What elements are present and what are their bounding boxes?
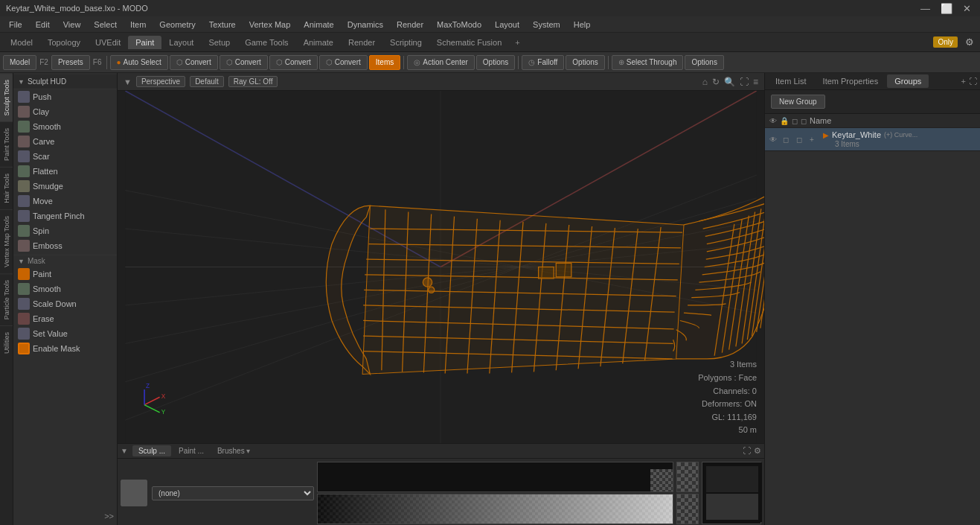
items-button[interactable]: Items <box>369 55 400 70</box>
item-render-icon[interactable]: ◻ <box>796 136 807 144</box>
tab-setup[interactable]: Setup <box>201 36 237 49</box>
add-tab-button[interactable]: + <box>509 36 525 49</box>
brushes-dropdown-icon[interactable]: ▾ <box>246 447 250 455</box>
checker-thumb-2[interactable] <box>676 494 699 524</box>
menu-texture[interactable]: Texture <box>203 19 242 31</box>
texture-thumb-2[interactable] <box>317 494 673 524</box>
right-tab-groups[interactable]: Groups <box>887 74 929 88</box>
tool-emboss[interactable]: Emboss <box>13 238 117 253</box>
tool-mask-paint[interactable]: Paint <box>13 267 117 281</box>
tab-schematic-fusion[interactable]: Schematic Fusion <box>429 36 509 49</box>
menu-vertex-map[interactable]: Vertex Map <box>243 19 297 31</box>
item-expand-icon[interactable]: ▶ <box>823 131 829 139</box>
tab-topology[interactable]: Topology <box>40 36 88 49</box>
ray-gl-button[interactable]: Ray GL: Off <box>228 76 278 87</box>
tool-spin[interactable]: Spin <box>13 223 117 238</box>
right-tab-add-button[interactable]: + <box>961 77 966 86</box>
right-tab-item-list[interactable]: Item List <box>768 74 814 88</box>
viewport-search-icon[interactable]: 🔍 <box>724 77 735 87</box>
tool-set-value[interactable]: Set Value <box>13 326 117 341</box>
more-button[interactable]: >> <box>13 509 117 524</box>
minimize-button[interactable]: — <box>917 3 933 14</box>
tab-layout[interactable]: Layout <box>161 36 201 49</box>
tab-uvedit[interactable]: UVEdit <box>88 36 128 49</box>
menu-select[interactable]: Select <box>88 19 123 31</box>
menu-view[interactable]: View <box>57 19 87 31</box>
window-controls[interactable]: — ⬜ ✕ <box>917 3 974 14</box>
action-center-button[interactable]: ◎ Action Center <box>407 55 475 70</box>
model-mode-button[interactable]: Model <box>3 55 36 70</box>
tab-paint[interactable]: Paint <box>128 36 161 49</box>
bottom-arrow[interactable]: ▼ <box>121 447 128 455</box>
menu-system[interactable]: System <box>527 19 566 31</box>
item-sel-icon[interactable]: + <box>810 136 820 144</box>
vert-tab-hair-tools[interactable]: Hair Tools <box>0 167 13 209</box>
tool-smudge[interactable]: Smudge <box>13 179 117 194</box>
item-lock-icon[interactable]: ◻ <box>783 136 793 144</box>
options-button-1[interactable]: Options <box>476 55 515 70</box>
tool-enable-mask[interactable]: Enable Mask <box>13 341 117 356</box>
menu-dynamics[interactable]: Dynamics <box>342 19 389 31</box>
menu-render[interactable]: Render <box>391 19 429 31</box>
viewport-menu-icon[interactable]: ≡ <box>753 77 758 87</box>
checker-thumb-1[interactable] <box>676 462 699 492</box>
auto-select-button[interactable]: ● Auto Select <box>110 55 168 70</box>
menu-layout[interactable]: Layout <box>489 19 525 31</box>
menu-item[interactable]: Item <box>124 19 152 31</box>
perspective-button[interactable]: Perspective <box>136 76 185 87</box>
tool-push[interactable]: Push <box>13 89 117 104</box>
convert-button-4[interactable]: ⬡ Convert <box>319 55 368 70</box>
tab-model[interactable]: Model <box>3 36 40 49</box>
vert-tab-paint-tools[interactable]: Paint Tools <box>0 121 13 167</box>
options-button-3[interactable]: Options <box>685 55 723 70</box>
tool-clay[interactable]: Clay <box>13 104 117 119</box>
bottom-expand-icon[interactable]: ⛶ <box>743 446 751 456</box>
tool-move[interactable]: Move <box>13 194 117 209</box>
tool-mask-scale-down[interactable]: Scale Down <box>13 296 117 311</box>
viewport-arrow[interactable]: ▼ <box>124 77 132 86</box>
menu-file[interactable]: File <box>3 19 28 31</box>
menu-geometry[interactable]: Geometry <box>153 19 201 31</box>
options-button-2[interactable]: Options <box>566 55 604 70</box>
menu-animate[interactable]: Animate <box>298 19 339 31</box>
item-vis-icon[interactable]: 👁 <box>769 136 780 144</box>
select-through-button[interactable]: ⊕ Select Through <box>612 55 684 70</box>
convert-button-2[interactable]: ⬡ Convert <box>220 55 268 70</box>
texture-thumb-1[interactable] <box>317 462 673 492</box>
menu-edit[interactable]: Edit <box>30 19 56 31</box>
convert-button-1[interactable]: ⬡ Convert <box>170 55 218 70</box>
maximize-button[interactable]: ⬜ <box>938 3 955 14</box>
tool-tangent-pinch[interactable]: Tangent Pinch <box>13 209 117 223</box>
menu-maxtomodo[interactable]: MaxToModo <box>431 19 487 31</box>
vert-tab-sculpt-tools[interactable]: Sculpt Tools <box>0 73 13 121</box>
right-tab-item-properties[interactable]: Item Properties <box>816 74 886 88</box>
bottom-settings-icon[interactable]: ⚙ <box>754 446 761 456</box>
layout-settings-icon[interactable]: ⚙ <box>962 35 977 49</box>
close-button[interactable]: ✕ <box>960 3 974 14</box>
tool-scar[interactable]: Scar <box>13 149 117 164</box>
falloff-button[interactable]: ◷ Falloff <box>522 55 564 70</box>
tool-carve[interactable]: Carve <box>13 134 117 149</box>
preset-dropdown[interactable]: (none) <box>152 486 314 500</box>
viewport-fullscreen-icon[interactable]: ⛶ <box>740 77 749 87</box>
bottom-tab-brushes[interactable]: Brushes ▾ <box>211 445 256 456</box>
viewport-home-icon[interactable]: ⌂ <box>702 77 708 87</box>
presets-button[interactable]: Presets <box>51 55 90 70</box>
tool-erase[interactable]: Erase <box>13 311 117 326</box>
right-tab-expand-icon[interactable]: ⛶ <box>969 77 977 86</box>
convert-button-3[interactable]: ⬡ Convert <box>269 55 318 70</box>
mask-expand-icon[interactable]: ▼ <box>18 258 25 265</box>
vert-tab-particle-tools[interactable]: Particle Tools <box>0 273 13 325</box>
bottom-tab-sculpt[interactable]: Sculp ... <box>132 445 171 456</box>
viewport-rotate-icon[interactable]: ↻ <box>712 77 720 87</box>
vert-tab-utilities[interactable]: Utilities <box>0 325 13 360</box>
item-row-keytar-white[interactable]: 👁 ◻ ◻ + ▶ Keytar_White (+) Curve... 3 It… <box>765 128 980 151</box>
bottom-tab-paint[interactable]: Paint ... <box>173 445 210 456</box>
tab-render[interactable]: Render <box>341 36 382 49</box>
tab-animate[interactable]: Animate <box>296 36 341 49</box>
default-button[interactable]: Default <box>190 76 224 87</box>
vert-tab-vertex-map-tools[interactable]: Vertex Map Tools <box>0 209 13 273</box>
tool-smooth[interactable]: Smooth <box>13 119 117 134</box>
new-group-button[interactable]: New Group <box>771 95 825 109</box>
tab-game-tools[interactable]: Game Tools <box>237 36 296 49</box>
